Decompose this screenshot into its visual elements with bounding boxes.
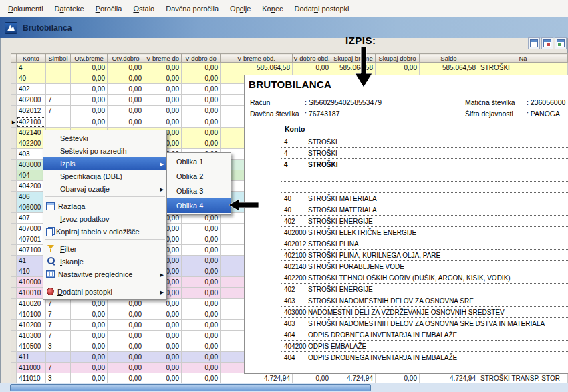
row-indicator xyxy=(11,138,17,149)
row-indicator xyxy=(11,63,17,73)
submenu-item[interactable]: Oblika 1 xyxy=(167,154,231,169)
row-indicator xyxy=(11,320,17,331)
row-indicator xyxy=(11,277,17,288)
scrollbar-thumb[interactable] xyxy=(10,384,371,391)
report-line-konto: 402 xyxy=(281,286,308,293)
row-indicator xyxy=(11,192,17,202)
field-value: : PANOGA xyxy=(527,110,560,118)
report-line-konto: 402100 xyxy=(281,252,308,259)
column-header[interactable]: V breme obd. xyxy=(221,54,293,63)
cell-v-dobro-do: 0,00 xyxy=(182,277,221,288)
cell-v-breme-do: 0,00 xyxy=(144,363,182,373)
cell-otv-breme: 0,00 xyxy=(71,331,108,341)
row-indicator xyxy=(11,202,17,213)
report-line: 403STROŠKI NADOMESTNIH DELOV ZA OSNOVNA … xyxy=(281,295,568,307)
cell-otv-breme: 0,00 xyxy=(71,363,108,373)
cell-v-dobro-do: 0,00 xyxy=(182,106,221,116)
context-menu-item[interactable]: Razlaga xyxy=(43,200,166,212)
row-indicator xyxy=(11,149,17,160)
menubar-item[interactable]: Konec xyxy=(257,2,288,15)
submenu-item[interactable]: Oblika 2 xyxy=(167,169,231,184)
context-menu-item[interactable] xyxy=(45,196,165,198)
cell-konto: 410010 xyxy=(17,288,46,299)
cell-v-dobro-do: 0,00 xyxy=(182,95,221,106)
report-line-konto: 4 xyxy=(281,161,308,168)
menubar-item[interactable]: Dokumenti xyxy=(3,2,49,15)
cell-konto: 402140 xyxy=(17,128,46,138)
context-menu-item[interactable]: Kopiraj tabelo v odložišče xyxy=(43,225,166,238)
report-field: Šifra dejavnosti: PANOGA xyxy=(465,110,568,121)
submenu-item[interactable]: Oblika 4 xyxy=(167,198,231,213)
menu-item-icon xyxy=(46,184,57,194)
context-menu-item[interactable]: Obarvaj ozadje xyxy=(43,182,166,195)
column-header[interactable] xyxy=(11,54,17,63)
context-menu-item[interactable]: Iskanje xyxy=(43,255,166,268)
row-indicator xyxy=(11,256,17,266)
horizontal-scrollbar[interactable] xyxy=(0,383,568,392)
menu-item-label: Seštevki xyxy=(60,134,157,142)
column-header[interactable]: V breme do xyxy=(144,54,182,63)
report-line-naziv: STROŠKI ELEKTRIČNE ENERGIJE xyxy=(308,229,416,236)
cell-simbol xyxy=(46,63,71,73)
report-window-icon[interactable] xyxy=(541,37,553,49)
menubar-item[interactable]: Dodatni postopki xyxy=(289,2,355,15)
context-menu-item[interactable]: Filter xyxy=(43,242,166,255)
report-line-naziv: STROŠKI PLINA xyxy=(308,240,359,248)
oblika4-pointer-arrow-icon xyxy=(228,198,259,212)
context-menu-item[interactable]: Izvoz podatkov xyxy=(43,212,166,225)
field-value: : SI56029540258553479 xyxy=(305,98,382,106)
column-header[interactable]: V dobro do xyxy=(182,54,221,63)
column-header[interactable]: V dobro obd. xyxy=(293,54,331,63)
cell-konto: 404200 xyxy=(17,181,46,192)
table-row[interactable]: 4 0,00 0,00 0,00 0,00 585.064,58 0,00 58… xyxy=(11,63,568,73)
column-header[interactable]: Simbol xyxy=(46,54,71,63)
context-menu-item[interactable]: Nastavitve preglednice xyxy=(43,268,166,280)
menubar-item[interactable]: Datoteke xyxy=(49,2,90,15)
menu-item-label: Izvoz podatkov xyxy=(60,215,157,223)
report-konto-header: Konto xyxy=(285,125,568,133)
report-field: Račun: SI56029540258553479 xyxy=(250,98,382,110)
field-label: Matična številka xyxy=(465,98,527,106)
column-header[interactable]: Konto xyxy=(17,54,46,63)
report-field: Matična številka: 236056000 xyxy=(465,98,568,110)
cell-simbol xyxy=(46,84,71,95)
context-menu-item[interactable]: Dodatni postopki xyxy=(43,285,166,298)
context-menu-item[interactable]: Seštevki xyxy=(43,132,166,144)
report-line-konto: 4 xyxy=(281,150,308,157)
menubar-item[interactable]: Opcije xyxy=(225,2,256,15)
menubar-item[interactable]: Ostalo xyxy=(128,2,160,15)
report-line: 404200ODPIS EMBALAŽE xyxy=(281,341,568,352)
cell-konto: 402012 xyxy=(17,106,46,116)
context-menu-item[interactable] xyxy=(45,282,165,284)
column-header[interactable]: Na xyxy=(478,54,568,63)
cell-otv-dobro: 0,00 xyxy=(108,106,144,116)
field-value: : 76743187 xyxy=(305,110,340,118)
context-menu-item[interactable]: Specifikacija (DBL) xyxy=(43,170,166,182)
cell-v-dobro-do: 0,00 xyxy=(182,245,221,256)
report-line: 40STROŠKI MATERIALA xyxy=(281,204,568,216)
column-header[interactable]: Otv.dobro xyxy=(108,54,144,63)
report-line: 4STROŠKI xyxy=(281,159,568,170)
submenu-item[interactable]: Oblika 3 xyxy=(167,184,231,198)
report-line: 4STROŠKI xyxy=(281,148,568,159)
cell-v-dobro-do: 0,00 xyxy=(182,352,221,363)
cell-naziv: STROŠKI xyxy=(478,63,568,73)
report-line-naziv: STROŠKI PORABLJENE VODE xyxy=(308,263,404,270)
cell-konto: 410000 xyxy=(17,277,46,288)
report-line-naziv: STROŠKI TEHNOLOŠKIH GORIV (DUŠIK, ARGON,… xyxy=(308,274,511,282)
context-menu-item[interactable] xyxy=(45,239,165,241)
cell-simbol: 3 xyxy=(46,341,71,352)
screen-window-icon[interactable] xyxy=(555,37,567,49)
column-header[interactable]: Saldo xyxy=(420,54,478,63)
column-header[interactable]: Skupaj dobro xyxy=(376,54,420,63)
context-menu-item[interactable]: Seštevki po razredih xyxy=(43,144,166,157)
row-indicator xyxy=(11,331,17,341)
menubar-item[interactable]: Poročila xyxy=(90,2,128,15)
report-line-konto: 402 xyxy=(281,218,308,225)
table-window-icon[interactable] xyxy=(528,37,540,49)
context-menu-item[interactable]: Izpis xyxy=(43,157,166,170)
app-icon xyxy=(5,22,17,34)
column-header[interactable]: Otv.breme xyxy=(71,54,108,63)
menubar-item[interactable]: Davčna poročila xyxy=(160,2,224,15)
settings-grid-icon xyxy=(46,270,55,278)
